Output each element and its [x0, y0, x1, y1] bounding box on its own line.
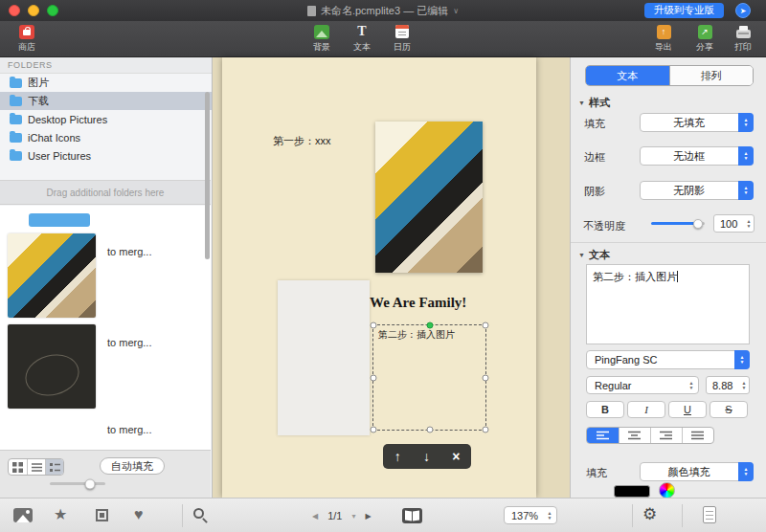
delete-icon[interactable]: ×: [452, 449, 460, 464]
align-center-button[interactable]: [619, 428, 650, 443]
thumbnail-label: to merg...: [107, 246, 151, 257]
shadow-style-value: 无阴影: [673, 184, 705, 198]
style-section-header[interactable]: ▼ 样式: [578, 96, 610, 110]
resize-handle[interactable]: [371, 374, 377, 381]
store-button[interactable]: 商店: [6, 24, 48, 54]
font-size-field[interactable]: 8.88 ▲▼: [706, 376, 750, 394]
autofill-button[interactable]: 自动填充: [100, 457, 165, 475]
resize-handle[interactable]: [483, 322, 489, 329]
align-left-button[interactable]: [587, 428, 619, 443]
move-up-icon[interactable]: ↑: [394, 449, 401, 464]
rotate-handle[interactable]: [426, 322, 433, 329]
selection-toolbar: ↑ ↓ ×: [383, 444, 471, 469]
tab-arrange[interactable]: 排列: [669, 66, 754, 85]
text-fill-dropdown[interactable]: 颜色填充 ▲▼: [640, 462, 754, 481]
share-button[interactable]: ↗ 分享: [684, 24, 726, 54]
print-button[interactable]: 打印: [722, 24, 764, 54]
resize-handle[interactable]: [483, 427, 489, 433]
stepper-icon[interactable]: ▲▼: [738, 376, 750, 394]
next-page-icon[interactable]: ▶: [365, 512, 371, 521]
text-color-swatch[interactable]: [614, 485, 650, 498]
print-icon: [736, 30, 751, 38]
align-right-button[interactable]: [650, 428, 682, 443]
thumbnail-size-slider[interactable]: [50, 482, 105, 485]
dropdown-chevrons-icon: ▲▼: [684, 376, 699, 394]
background-label: 背景: [313, 41, 330, 54]
opacity-slider[interactable]: [651, 222, 705, 225]
color-picker-icon[interactable]: [659, 482, 675, 499]
page-navigation: ◀ 1/1 ▾ ▶: [312, 499, 372, 532]
italic-button[interactable]: I: [627, 401, 665, 418]
main-toolbar: 商店 背景 T 文本 日历 ↑ 导出 ↗ 分享 打印: [0, 21, 766, 57]
resize-handle[interactable]: [483, 374, 489, 381]
page-dropdown-chevron-icon[interactable]: ▾: [351, 512, 355, 521]
sidebar-item-desktop-pictures[interactable]: Desktop Pictures: [0, 110, 212, 128]
selected-text-box[interactable]: 第二步：插入图片: [372, 324, 486, 431]
inspector-panel: 文本 排列 ▼ 样式 填充 无填充 ▲▼ 边框 无边框 ▲▼ 阴影 无阴影 ▲▼…: [570, 57, 766, 498]
magnifier-icon[interactable]: [193, 508, 204, 519]
text-section-header[interactable]: ▼ 文本: [578, 248, 610, 262]
stepper-icon[interactable]: ▲▼: [743, 214, 755, 233]
spread-view-icon[interactable]: [402, 508, 422, 523]
pages-panel-icon[interactable]: [703, 506, 716, 523]
list-view-button[interactable]: [27, 459, 45, 475]
placed-photo[interactable]: [375, 122, 483, 273]
text-tool-button[interactable]: T 文本: [341, 24, 383, 54]
detail-view-button[interactable]: [45, 459, 63, 475]
app-window: 未命名.pcmplite3 — 已编辑 ∨ 升级到专业版 ➤ 商店 背景 T 文…: [0, 0, 766, 532]
favorites-heart-icon[interactable]: ♥: [134, 507, 144, 522]
resize-handle[interactable]: [426, 427, 433, 433]
thumbnail-partial[interactable]: [29, 213, 90, 227]
text-caret: [677, 271, 678, 282]
resize-handle[interactable]: [371, 427, 377, 433]
strikethrough-button[interactable]: S: [710, 401, 748, 418]
page[interactable]: 第一步：xxx We Are Family! 第二步：插入图片 ↑ ↓ ×: [222, 57, 536, 498]
slider-knob[interactable]: [85, 478, 96, 489]
family-title-text[interactable]: We Are Family!: [370, 295, 466, 311]
sidebar-item-ichat-icons[interactable]: iChat Icons: [0, 128, 212, 146]
export-button[interactable]: ↑ 导出: [642, 24, 685, 54]
thumbnail-label: to merg...: [107, 424, 151, 435]
previous-page-icon[interactable]: ◀: [312, 512, 318, 521]
page-indicator[interactable]: 1/1: [327, 510, 342, 521]
favorites-star-icon[interactable]: ★: [54, 507, 67, 522]
thumbnail-image[interactable]: [8, 233, 96, 318]
thumbnail-image[interactable]: [8, 324, 96, 409]
image-placeholder[interactable]: [278, 280, 370, 435]
font-family-value: PingFang SC: [595, 354, 657, 366]
export-label: 导出: [655, 41, 672, 54]
move-down-icon[interactable]: ↓: [423, 449, 430, 464]
border-style-dropdown[interactable]: 无边框 ▲▼: [640, 146, 754, 166]
crop-frame-icon[interactable]: [96, 509, 108, 521]
gear-icon[interactable]: ⚙: [642, 506, 657, 523]
upgrade-arrow-icon[interactable]: ➤: [735, 3, 751, 18]
border-label: 边框: [584, 150, 605, 165]
sidebar-item-pictures[interactable]: 图片: [0, 74, 212, 92]
opacity-value: 100: [720, 218, 737, 230]
underline-button[interactable]: U: [668, 401, 707, 418]
title-chevron-icon[interactable]: ∨: [453, 7, 459, 15]
sidebar-item-user-pictures[interactable]: User Pictures: [0, 146, 212, 165]
resize-handle[interactable]: [371, 322, 377, 329]
opacity-value-field[interactable]: 100 ▲▼: [713, 214, 755, 233]
slider-knob[interactable]: [693, 219, 703, 229]
step1-text[interactable]: 第一步：xxx: [273, 134, 331, 148]
align-justify-button[interactable]: [682, 428, 713, 443]
fill-style-dropdown[interactable]: 无填充 ▲▼: [640, 113, 754, 132]
separator: [632, 504, 633, 527]
sidebar-scrollbar[interactable]: [205, 92, 210, 259]
font-family-dropdown[interactable]: PingFang SC ▲▼: [586, 350, 750, 369]
shadow-style-dropdown[interactable]: 无阴影 ▲▼: [640, 181, 754, 200]
font-weight-dropdown[interactable]: Regular ▲▼: [586, 376, 699, 394]
zoom-level-dropdown[interactable]: 137% ▲▼: [504, 506, 557, 524]
sidebar-item-downloads[interactable]: 下载: [0, 92, 212, 110]
bold-button[interactable]: B: [586, 401, 624, 418]
upgrade-pro-button[interactable]: 升级到专业版: [644, 3, 724, 18]
calendar-button[interactable]: 日历: [381, 24, 423, 54]
tab-text[interactable]: 文本: [586, 66, 669, 85]
background-button[interactable]: 背景: [301, 24, 343, 54]
text-content-field[interactable]: 第二步：插入图片: [586, 264, 750, 344]
grid-view-button[interactable]: [9, 459, 27, 475]
media-browser-icon[interactable]: [13, 508, 33, 522]
text-tool-icon: T: [357, 24, 366, 39]
